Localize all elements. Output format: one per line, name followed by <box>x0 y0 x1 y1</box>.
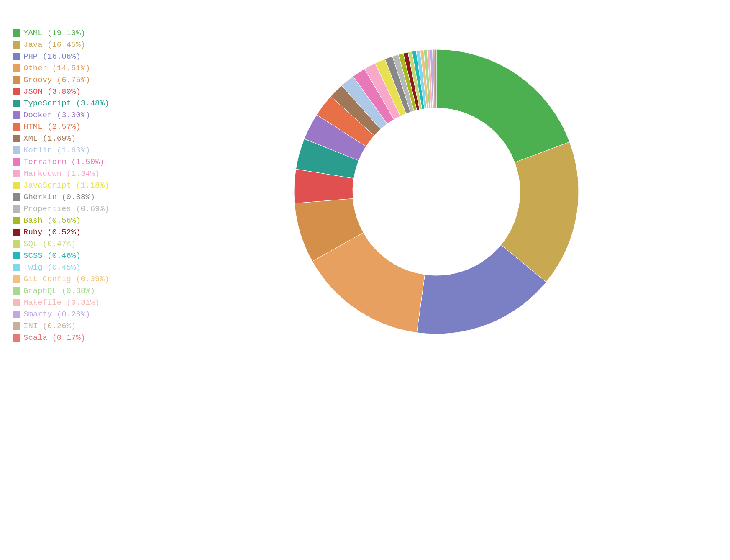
legend-label-text: SQL (0.47%) <box>23 239 76 249</box>
legend-item: Kotlin (1.63%) <box>13 146 142 155</box>
legend-item: Gherkin (0.88%) <box>13 193 142 202</box>
legend-item: Ruby (0.52%) <box>13 228 142 237</box>
legend-label-text: Scala (0.17%) <box>23 333 85 342</box>
legend-label-text: YAML (19.10%) <box>23 28 85 38</box>
legend-label-text: XML (1.69%) <box>23 134 76 143</box>
legend-label-text: Properties (0.69%) <box>23 204 109 213</box>
legend-color-box <box>13 229 20 236</box>
legend-item: HTML (2.57%) <box>13 122 142 131</box>
legend-item: Makefile (0.31%) <box>13 298 142 307</box>
legend-label-text: Git Config (0.39%) <box>23 275 109 284</box>
legend-label-text: JSON (3.80%) <box>23 87 81 96</box>
legend-item: Smarty (0.28%) <box>13 310 142 319</box>
legend-item: SCSS (0.46%) <box>13 251 142 260</box>
legend-item: XML (1.69%) <box>13 134 142 143</box>
legend-color-box <box>13 111 20 119</box>
legend-label-text: Java (16.45%) <box>23 40 85 49</box>
legend-label-text: Bash (0.56%) <box>23 216 81 225</box>
legend-item: Bash (0.56%) <box>13 216 142 225</box>
legend-item: Terraform (1.50%) <box>13 157 142 167</box>
legend-color-box <box>13 100 20 107</box>
legend-label-text: Makefile (0.31%) <box>23 298 100 307</box>
legend-label-text: Other (14.51%) <box>23 64 90 73</box>
donut-chart <box>269 16 604 359</box>
legend-label-text: Groovy (6.75%) <box>23 75 90 85</box>
legend-item: JSON (3.80%) <box>13 87 142 96</box>
legend-color-box <box>13 264 20 271</box>
legend-color-box <box>13 252 20 259</box>
legend-item: PHP (16.06%) <box>13 52 142 61</box>
legend-item: GraphQL (0.38%) <box>13 286 142 295</box>
legend-color-box <box>13 275 20 283</box>
legend-color-box <box>13 334 20 342</box>
main-container: YAML (19.10%)Java (16.45%)PHP (16.06%)Ot… <box>0 24 730 359</box>
legend-label-text: Kotlin (1.63%) <box>23 146 90 155</box>
legend-label-text: PHP (16.06%) <box>23 52 81 61</box>
legend-item: SQL (0.47%) <box>13 239 142 249</box>
legend-color-box <box>13 29 20 37</box>
legend-color-box <box>13 311 20 318</box>
legend-color-box <box>13 287 20 295</box>
legend-color-box <box>13 205 20 213</box>
legend-label-text: Ruby (0.52%) <box>23 228 81 237</box>
legend-item: Git Config (0.39%) <box>13 275 142 284</box>
legend-item: Java (16.45%) <box>13 40 142 49</box>
legend-color-box <box>13 123 20 131</box>
legend-color-box <box>13 146 20 154</box>
legend-label-text: Smarty (0.28%) <box>23 310 90 319</box>
legend-item: Scala (0.17%) <box>13 333 142 342</box>
legend-color-box <box>13 135 20 142</box>
legend-item: JavaScript (1.18%) <box>13 181 142 190</box>
legend-label-text: Docker (3.00%) <box>23 110 90 120</box>
legend-color-box <box>13 158 20 166</box>
legend-item: Other (14.51%) <box>13 64 142 73</box>
legend-item: Twig (0.45%) <box>13 263 142 272</box>
legend-item: Markdown (1.34%) <box>13 169 142 178</box>
legend-item: Docker (3.00%) <box>13 110 142 120</box>
legend-label-text: Markdown (1.34%) <box>23 169 100 178</box>
legend-color-box <box>13 170 20 177</box>
legend-color-box <box>13 240 20 248</box>
legend-label-text: TypeScript (3.48%) <box>23 99 109 108</box>
legend-label-text: JavaScript (1.18%) <box>23 181 109 190</box>
legend-color-box <box>13 41 20 49</box>
legend-item: TypeScript (3.48%) <box>13 99 142 108</box>
legend-color-box <box>13 76 20 84</box>
legend-label-text: HTML (2.57%) <box>23 122 81 131</box>
legend-color-box <box>13 182 20 189</box>
legend-color-box <box>13 64 20 72</box>
legend-color-box <box>13 217 20 224</box>
legend-label-text: Gherkin (0.88%) <box>23 193 95 202</box>
legend-label-text: Twig (0.45%) <box>23 263 81 272</box>
legend-label-text: SCSS (0.46%) <box>23 251 81 260</box>
legend: YAML (19.10%)Java (16.45%)PHP (16.06%)Ot… <box>13 28 142 342</box>
legend-item: Properties (0.69%) <box>13 204 142 213</box>
legend-item: INI (0.26%) <box>13 321 142 331</box>
legend-color-box <box>13 88 20 95</box>
legend-item: Groovy (6.75%) <box>13 75 142 85</box>
donut-segment <box>436 49 570 162</box>
legend-color-box <box>13 53 20 60</box>
legend-color-box <box>13 322 20 330</box>
legend-color-box <box>13 193 20 201</box>
legend-label-text: INI (0.26%) <box>23 321 76 331</box>
legend-label-text: Terraform (1.50%) <box>23 157 105 167</box>
legend-label-text: GraphQL (0.38%) <box>23 286 95 295</box>
donut-container <box>142 16 730 359</box>
legend-item: YAML (19.10%) <box>13 28 142 38</box>
legend-color-box <box>13 299 20 306</box>
